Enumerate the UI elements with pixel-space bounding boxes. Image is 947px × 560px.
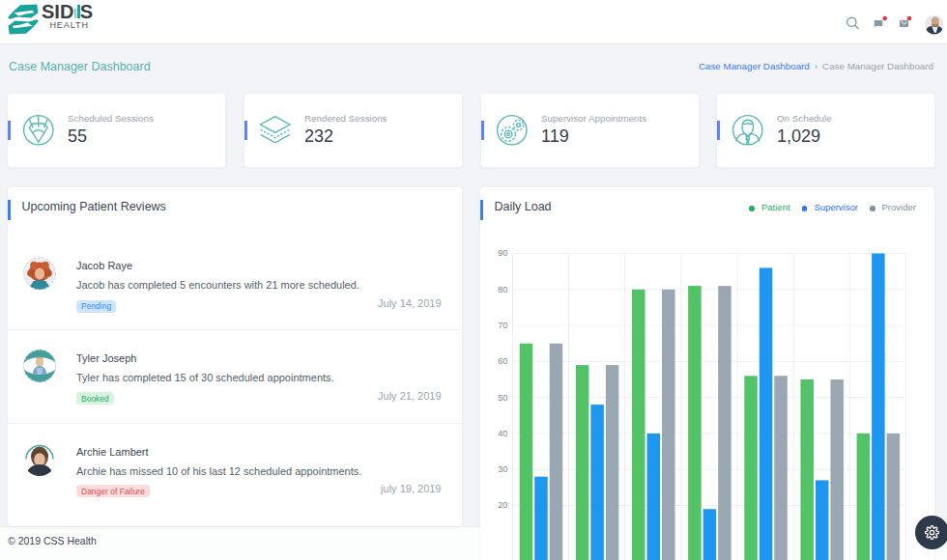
svg-text:80: 80 <box>498 284 507 294</box>
svg-text:90: 90 <box>498 248 507 258</box>
svg-text:50: 50 <box>498 392 507 402</box>
svg-text:40: 40 <box>498 428 507 437</box>
svg-text:30: 30 <box>498 464 507 474</box>
svg-text:60: 60 <box>498 356 507 366</box>
svg-text:20: 20 <box>498 500 507 510</box>
svg-text:70: 70 <box>498 320 507 329</box>
